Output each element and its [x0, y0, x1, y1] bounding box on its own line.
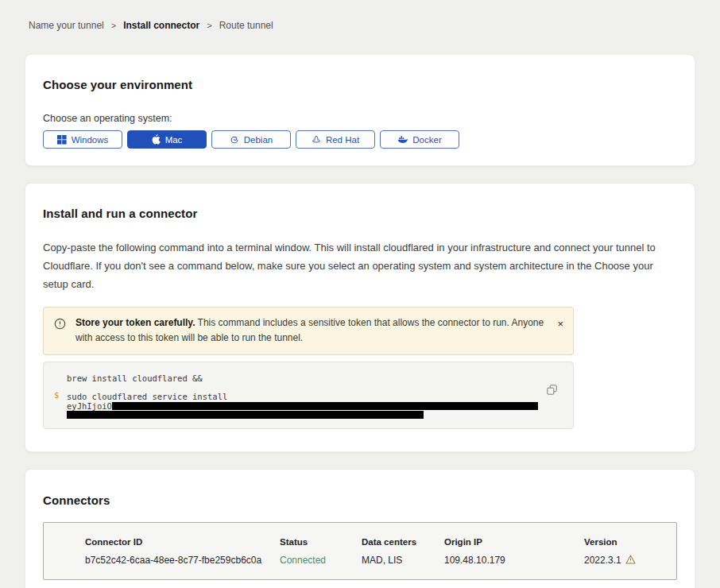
command-line-1: brew install cloudflared &&	[67, 373, 541, 383]
breadcrumb-separator: >	[207, 21, 211, 30]
warning-triangle-icon	[625, 555, 636, 567]
install-connector-card: Install and run a connector Copy-paste t…	[25, 183, 695, 452]
debian-icon	[230, 135, 239, 145]
breadcrumb: Name your tunnel > Install connector > R…	[0, 0, 720, 31]
connectors-card-title: Connectors	[43, 493, 677, 507]
header-data-centers: Data centers	[362, 537, 444, 547]
os-button-redhat[interactable]: Red Hat	[296, 130, 375, 149]
close-icon[interactable]: ×	[557, 319, 563, 329]
os-label: Choose an operating system:	[43, 113, 677, 124]
token-warning-bold: Store your token carefully.	[75, 317, 195, 328]
connectors-table-header: Connector ID Status Data centers Origin …	[85, 537, 668, 547]
docker-icon	[397, 135, 408, 144]
command-line-2: sudo cloudflared service install	[67, 392, 541, 401]
redacted-token-bar	[112, 402, 538, 410]
windows-icon	[57, 135, 67, 145]
os-button-label: Red Hat	[326, 135, 359, 145]
install-card-title: Install and run a connector	[43, 207, 677, 220]
environment-card-title: Choose your environment	[43, 78, 677, 91]
origin-ip-value: 109.48.10.179	[444, 555, 584, 566]
breadcrumb-separator: >	[111, 21, 116, 30]
token-line: eyJhIjoiO	[67, 402, 541, 411]
breadcrumb-install-connector[interactable]: Install connector	[123, 20, 199, 31]
token-prefix: eyJhIjoiO	[67, 401, 112, 411]
os-button-label: Mac	[165, 135, 183, 145]
shell-prompt: $	[54, 390, 59, 400]
connectors-card: Connectors Connector ID Status Data cent…	[25, 469, 695, 588]
table-row: b7c52c42-6caa-48ee-8c77-fbe259cb6c0a Con…	[85, 555, 668, 567]
status-badge: Connected	[280, 555, 362, 566]
header-version: Version	[584, 537, 668, 547]
data-centers-value: MAD, LIS	[362, 555, 444, 566]
apple-icon	[152, 134, 161, 145]
header-connector-id: Connector ID	[85, 537, 280, 547]
os-button-mac[interactable]: Mac	[127, 130, 207, 149]
os-button-docker[interactable]: Docker	[380, 130, 459, 149]
token-warning-text: Store your token carefully. This command…	[75, 315, 546, 346]
connector-id-value: b7c52c42-6caa-48ee-8c77-fbe259cb6c0a	[85, 555, 280, 566]
copy-icon[interactable]	[547, 385, 557, 397]
choose-environment-card: Choose your environment Choose an operat…	[25, 54, 695, 166]
token-warning-banner: Store your token carefully. This command…	[43, 307, 574, 354]
info-circle-icon	[54, 318, 66, 333]
connectors-table: Connector ID Status Data centers Origin …	[43, 522, 677, 580]
command-code-block: $ brew install cloudflared && sudo cloud…	[43, 362, 574, 429]
breadcrumb-route-tunnel[interactable]: Route tunnel	[219, 20, 273, 31]
os-button-label: Docker	[412, 135, 441, 145]
os-button-windows[interactable]: Windows	[43, 130, 122, 149]
breadcrumb-name-your-tunnel[interactable]: Name your tunnel	[29, 20, 104, 31]
version-value: 2022.3.1	[584, 555, 668, 567]
header-origin-ip: Origin IP	[444, 537, 584, 547]
redhat-icon	[312, 134, 321, 145]
header-status: Status	[280, 537, 362, 547]
os-button-debian[interactable]: Debian	[211, 130, 291, 149]
install-description: Copy-paste the following command into a …	[43, 239, 677, 293]
os-button-label: Debian	[244, 135, 273, 145]
redacted-token-bar	[67, 411, 424, 419]
os-button-row: Windows Mac Debian Red Hat	[43, 130, 677, 149]
os-button-label: Windows	[72, 135, 109, 145]
